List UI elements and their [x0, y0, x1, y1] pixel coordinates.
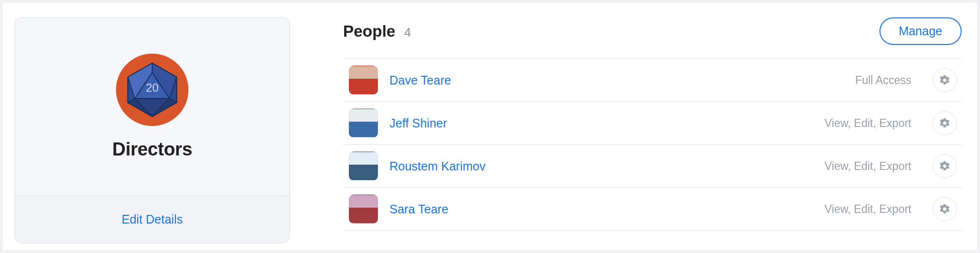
person-row: Dave TeareFull Access: [343, 58, 962, 101]
edit-details-button[interactable]: Edit Details: [122, 212, 183, 226]
people-section: People 4 Manage Dave TeareFull AccessJef…: [343, 17, 962, 250]
avatar: [349, 195, 378, 224]
person-row: Jeff ShinerView, Edit, Export: [343, 101, 962, 144]
group-summary: 20 Directors: [15, 18, 289, 196]
person-access: View, Edit, Export: [824, 160, 911, 173]
svg-text:20: 20: [146, 81, 159, 94]
d20-icon: 20: [116, 54, 188, 126]
group-card: 20 Directors Edit Details: [14, 17, 290, 243]
person-name-link[interactable]: Dave Teare: [389, 73, 844, 87]
person-row: Sara TeareView, Edit, Export: [343, 187, 962, 231]
group-name: Directors: [112, 139, 192, 160]
gear-icon[interactable]: [933, 154, 957, 178]
person-name-link[interactable]: Roustem Karimov: [389, 159, 813, 173]
people-title: People: [343, 22, 395, 41]
avatar: [349, 152, 378, 181]
manage-button[interactable]: Manage: [879, 17, 962, 45]
person-row: Roustem KarimovView, Edit, Export: [343, 144, 962, 187]
people-header: People 4 Manage: [343, 17, 962, 58]
people-list: Dave TeareFull AccessJeff ShinerView, Ed…: [343, 58, 962, 231]
gear-icon[interactable]: [933, 111, 957, 135]
avatar: [349, 109, 378, 138]
gear-icon[interactable]: [933, 68, 957, 92]
person-name-link[interactable]: Jeff Shiner: [389, 116, 813, 130]
people-count: 4: [404, 25, 411, 40]
person-access: View, Edit, Export: [824, 203, 911, 216]
gear-icon[interactable]: [933, 197, 957, 221]
person-name-link[interactable]: Sara Teare: [389, 202, 813, 216]
person-access: Full Access: [855, 74, 911, 87]
avatar: [349, 66, 378, 95]
group-card-footer: Edit Details: [15, 196, 289, 243]
people-title-wrap: People 4: [343, 22, 411, 41]
person-access: View, Edit, Export: [824, 117, 911, 130]
